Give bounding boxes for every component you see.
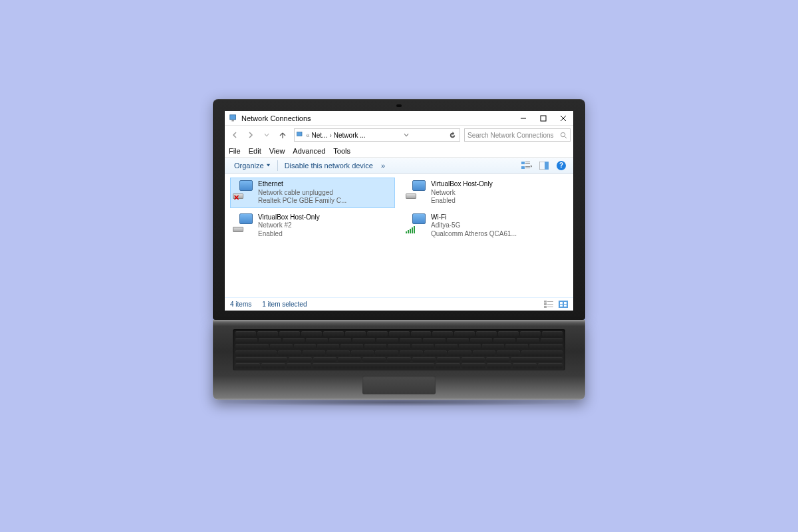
details-view-icon[interactable] [544,301,553,308]
svg-rect-26 [560,305,563,307]
svg-rect-13 [525,166,530,167]
up-button[interactable] [275,128,290,142]
menu-file[interactable]: File [229,147,241,155]
adapter-status: Network cable unplugged [258,189,346,198]
menu-edit[interactable]: Edit [249,147,261,155]
breadcrumb-seg-1[interactable]: Net... [312,132,328,139]
laptop-screen: Network Connections « [225,111,573,311]
help-icon: ? [557,161,566,170]
svg-rect-0 [230,114,236,119]
svg-rect-21 [544,306,547,308]
adapter-item-vbox1[interactable]: VirtualBox Host-Only Network Enabled [403,178,568,208]
window-title: Network Connections [241,114,513,122]
svg-line-8 [565,136,567,138]
svg-rect-14 [525,168,530,168]
adapter-device: Qualcomm Atheros QCA61... [431,230,517,239]
help-button[interactable]: ? [555,159,568,172]
menu-tools[interactable]: Tools [333,147,350,155]
ethernet-icon [406,180,427,201]
adapter-name: Wi-Fi [431,213,517,222]
svg-rect-16 [545,162,549,170]
search-icon [560,132,567,139]
menu-advanced[interactable]: Advanced [293,147,325,155]
wifi-icon [406,213,427,235]
menu-bar: File Edit View Advanced Tools [225,144,573,158]
breadcrumb-separator: › [329,132,331,139]
adapter-list: ✕ Ethernet Network cable unplugged Realt… [225,174,573,297]
svg-rect-11 [525,163,530,164]
menu-view[interactable]: View [269,147,285,155]
adapter-device: Realtek PCIe GBE Family C... [258,197,346,205]
maximize-button[interactable] [533,111,553,125]
recent-button[interactable] [259,128,274,142]
large-icons-view-icon[interactable] [559,301,568,308]
adapter-status: Aditya-5G [431,221,517,230]
adapter-item-wifi[interactable]: Wi-Fi Aditya-5G Qualcomm Atheros QCA61..… [403,211,568,241]
preview-pane-button[interactable] [537,159,551,172]
window-controls [513,111,573,125]
trackpad [362,376,436,394]
ethernet-icon: ✕ [233,180,254,201]
svg-rect-1 [231,120,234,121]
svg-rect-17 [544,301,547,303]
navigation-bar: « Net... › Network ... Search Network Co… [225,126,573,144]
close-button[interactable] [553,111,573,125]
toolbar-overflow[interactable]: » [377,160,389,171]
svg-rect-22 [547,307,553,307]
adapter-name: VirtualBox Host-Only [431,180,493,189]
adapter-item-ethernet[interactable]: ✕ Ethernet Network cable unplugged Realt… [230,178,395,208]
adapter-item-vbox2[interactable]: VirtualBox Host-Only Network #2 Enabled [230,211,395,241]
svg-rect-20 [547,304,553,305]
svg-rect-6 [297,132,303,136]
svg-rect-18 [547,301,553,302]
disable-device-button[interactable]: Disable this network device [281,160,377,171]
adapter-device: Enabled [431,197,493,205]
ethernet-icon [233,213,254,235]
keyboard [233,329,565,370]
keyboard-deck [213,320,585,400]
breadcrumb-seg-2[interactable]: Network ... [334,132,366,139]
svg-rect-19 [544,303,547,305]
address-bar[interactable]: « Net... › Network ... [294,128,460,142]
minimize-button[interactable] [513,111,533,125]
webcam [396,104,402,107]
back-button[interactable] [227,128,242,142]
svg-rect-9 [521,162,525,164]
dropdown-icon [266,163,271,168]
unplugged-icon: ✕ [233,194,240,201]
adapter-name: VirtualBox Host-Only [258,213,320,222]
adapter-name: Ethernet [258,180,346,189]
screen-bezel: Network Connections « [213,99,585,320]
selection-count: 1 item selected [262,301,307,308]
titlebar: Network Connections [225,111,573,126]
svg-rect-10 [525,162,530,162]
refresh-button[interactable] [448,132,458,139]
adapter-device: Enabled [258,230,320,239]
adapter-status: Network [431,189,493,198]
svg-rect-25 [564,302,567,304]
item-count: 4 items [230,301,251,308]
status-bar: 4 items 1 item selected [225,297,573,311]
toolbar: Organize Disable this network device » [225,158,573,174]
signal-icon [406,226,415,233]
network-connections-window: Network Connections « [225,111,573,311]
svg-rect-27 [564,305,567,307]
search-input[interactable]: Search Network Connections [464,128,571,142]
toolbar-separator [277,160,278,171]
svg-point-7 [561,132,565,136]
search-placeholder: Search Network Connections [467,132,560,139]
breadcrumb-prefix: « [306,132,310,139]
svg-rect-23 [559,301,568,308]
forward-button[interactable] [243,128,258,142]
organize-button[interactable]: Organize [230,160,275,171]
app-icon [229,114,238,123]
svg-rect-24 [560,302,563,304]
laptop-frame: Network Connections « [213,99,585,406]
address-dropdown[interactable] [401,132,412,138]
svg-rect-3 [541,116,546,121]
adapter-status: Network #2 [258,221,320,230]
address-icon [296,131,304,139]
view-options-button[interactable] [520,159,533,172]
svg-rect-12 [521,166,525,169]
